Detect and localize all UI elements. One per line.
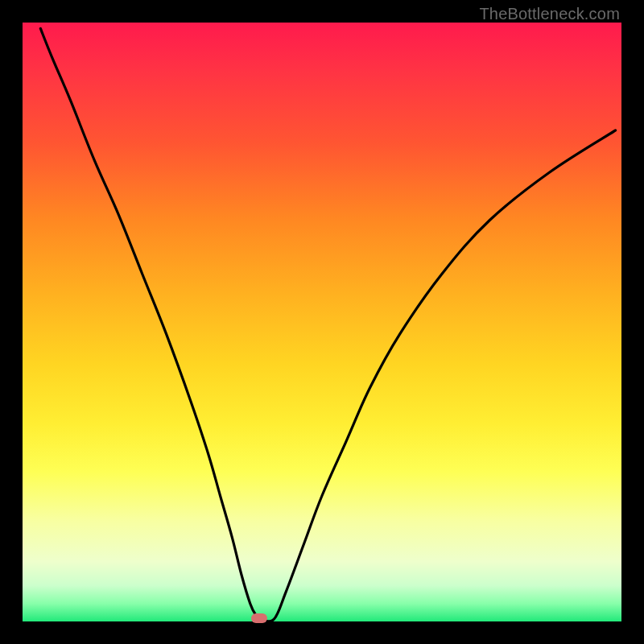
curve-svg — [23, 23, 621, 621]
watermark-text: TheBottleneck.com — [479, 5, 620, 23]
optimal-point-marker — [251, 613, 267, 623]
plot-area — [23, 23, 621, 621]
chart-container: TheBottleneck.com — [0, 0, 644, 644]
bottleneck-curve — [40, 28, 615, 621]
